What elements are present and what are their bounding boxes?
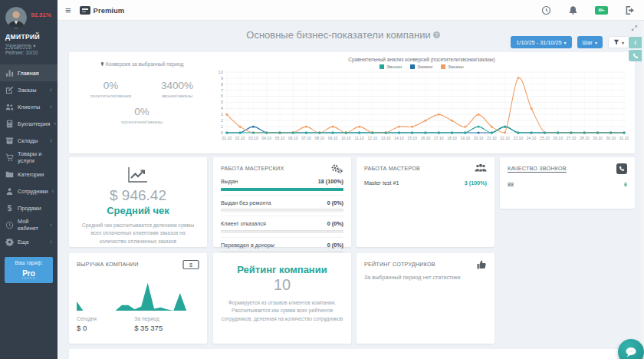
sidebar-item-cabinet[interactable]: Мой кабинет‹ — [0, 216, 58, 233]
stat-row: Master test #13 (100%) — [364, 180, 487, 186]
svg-text:5: 5 — [221, 100, 223, 104]
chevron-left-icon: ‹ — [50, 222, 52, 229]
svg-text:4: 4 — [221, 106, 223, 110]
chevron-down-icon: ▾ — [564, 40, 567, 45]
conversion-panel: Конверсия за выбранный период 0%посетите… — [69, 52, 635, 153]
edge-tabs: i — [629, 37, 642, 63]
row-label: Клиент отказался — [221, 220, 266, 227]
svg-text:16.10: 16.10 — [421, 136, 431, 140]
svg-text:12.10: 12.10 — [368, 136, 378, 140]
call-quality-title[interactable]: КАЧЕСТВО ЗВОНКОВ — [508, 163, 567, 172]
sidebar-item-categories[interactable]: Категории — [0, 166, 58, 183]
profile-percent: 92.31% — [31, 12, 51, 18]
sidebar-item-sales[interactable]: $Продажи — [0, 199, 58, 216]
svg-text:1: 1 — [221, 124, 223, 129]
row-value: 0 (0%) — [327, 199, 343, 206]
row-label: Выдан — [221, 178, 238, 185]
revenue-period-value: $ 35 375 — [134, 324, 192, 332]
company-rating-title: Рейтинг компании — [213, 264, 351, 275]
sidebar-item-clients[interactable]: Клиенты‹ — [0, 98, 58, 115]
sidebar-item-staff[interactable]: Сотрудники‹ — [0, 183, 58, 199]
revenue-today-value: $ 0 — [77, 324, 134, 332]
svg-text:13.10: 13.10 — [381, 136, 391, 140]
profile-role[interactable]: Учредитель ▾ — [5, 43, 52, 48]
bell-icon[interactable] — [568, 5, 578, 15]
sidebar-item-more[interactable]: Еще‹ — [0, 233, 58, 250]
chart-legend: ЗвонкиЗаявкиЗаказы — [215, 64, 629, 69]
legend-item: Заказы — [441, 64, 464, 69]
staff-rating-title: РЕЙТИНГ СОТРУДНИКОВ — [364, 259, 435, 268]
chevron-left-icon: ‹ — [52, 188, 54, 195]
workshop-row: Клиент отказался0 (0%) — [221, 216, 343, 233]
clock-icon[interactable] — [541, 5, 551, 15]
logout-icon[interactable] — [625, 5, 635, 15]
chat-button[interactable] — [618, 339, 644, 359]
revenue-sparkline — [77, 280, 199, 314]
company-rating-description: Формируется из отзывов клиентов компании… — [213, 299, 351, 323]
chevron-left-icon: ‹ — [54, 120, 56, 127]
svg-text:22.10: 22.10 — [500, 136, 510, 140]
masters-rows: Master test #13 (100%) — [364, 180, 487, 186]
svg-text:07.10: 07.10 — [301, 136, 311, 140]
svg-text:26.10: 26.10 — [553, 136, 563, 140]
svg-text:28.10: 28.10 — [580, 136, 590, 140]
header-controls: 1/10/25 - 31/10/25▾ Шаг▾ ▾ — [511, 36, 629, 48]
sidebar-item-orders[interactable]: Заказы‹ — [0, 81, 58, 98]
svg-text:24.10: 24.10 — [527, 136, 537, 140]
sidebar-item-dashboard[interactable]: Главная — [0, 64, 58, 81]
hamburger-menu-icon[interactable]: ≡ — [65, 5, 71, 15]
plan-label: Ваш тариф: — [6, 260, 51, 265]
sidebar-item-accounting[interactable]: Бухгалтерия‹ — [0, 115, 58, 132]
accounting-icon — [5, 120, 14, 128]
chevron-left-icon: ‹ — [50, 87, 52, 94]
date-range-button[interactable]: 1/10/25 - 31/10/25▾ — [511, 36, 571, 48]
row-label: 88 — [508, 181, 514, 188]
filter-button[interactable]: ▾ — [608, 36, 629, 48]
average-check-description: Средний чек рассчитывается делением сумм… — [69, 222, 207, 245]
next-panel-partial — [69, 349, 635, 359]
svg-text:30.10: 30.10 — [606, 136, 616, 140]
main-scrollbar[interactable] — [641, 21, 644, 359]
card-staff-rating: РЕЙТИНГ СОТРУДНИКОВ За выбранный период … — [356, 253, 495, 344]
info-tab[interactable]: i — [629, 37, 642, 48]
svg-text:15.10: 15.10 — [407, 136, 417, 140]
plan-box[interactable]: Ваш тариф: Pro — [5, 257, 53, 283]
help-icon[interactable]: ? — [433, 31, 440, 38]
card-company-rating: Рейтинг компании 10 Формируется из отзыв… — [213, 253, 351, 344]
card-average-check: $ 946.42 Средний чек Средний чек рассчит… — [69, 157, 207, 247]
orders-icon — [5, 86, 14, 94]
svg-text:01.10: 01.10 — [222, 136, 232, 140]
messages-badge-icon[interactable]: 99+ — [595, 6, 608, 15]
card-masters: РАБОТА МАСТЕРОВ Master test #13 (100%) — [356, 157, 495, 247]
svg-text:7: 7 — [221, 88, 223, 93]
profile-name: ДМИТРИЙ — [5, 33, 52, 41]
stat-label: звонки/заказы — [143, 93, 212, 98]
expand-icon[interactable] — [631, 25, 638, 31]
svg-text:29.10: 29.10 — [593, 136, 603, 140]
workshop-row: Выдан без ремонта0 (0%) — [221, 195, 343, 212]
row-label: Выдан без ремонта — [221, 199, 271, 206]
sidebar-item-warehouse[interactable]: Склады‹ — [0, 132, 58, 149]
avatar-photo — [5, 7, 27, 28]
svg-text:27.10: 27.10 — [567, 136, 577, 140]
average-check-value: $ 946.42 — [69, 187, 207, 204]
row-label: Master test #1 — [364, 180, 399, 186]
phone-tab[interactable] — [629, 50, 642, 61]
avatar[interactable] — [5, 7, 27, 28]
phone-square-icon — [616, 163, 627, 174]
row-value: 0 (0%) — [327, 220, 343, 227]
stat-value: 0% — [96, 106, 188, 117]
row-value: 0 (0%) — [327, 242, 343, 249]
conversion-stat-1: 3400%звонки/заказы — [143, 80, 212, 98]
svg-text:3: 3 — [221, 112, 223, 117]
call-quality-rows: 886 — [508, 181, 627, 188]
profile-block: 92.31% ДМИТРИЙ Учредитель ▾ Рейтинг: 10/… — [0, 0, 58, 58]
sidebar-nav: ГлавнаяЗаказы‹Клиенты‹Бухгалтерия‹Склады… — [0, 64, 58, 250]
sidebar: 92.31% ДМИТРИЙ Учредитель ▾ Рейтинг: 10/… — [0, 0, 58, 359]
stat-label: посетители/заказы — [96, 119, 188, 124]
step-button[interactable]: Шаг▾ — [577, 36, 603, 48]
svg-text:31.10: 31.10 — [619, 136, 629, 140]
svg-text:10: 10 — [219, 70, 223, 74]
sidebar-item-goods[interactable]: Товары и услуги — [0, 149, 58, 166]
svg-text:25.10: 25.10 — [540, 136, 550, 140]
